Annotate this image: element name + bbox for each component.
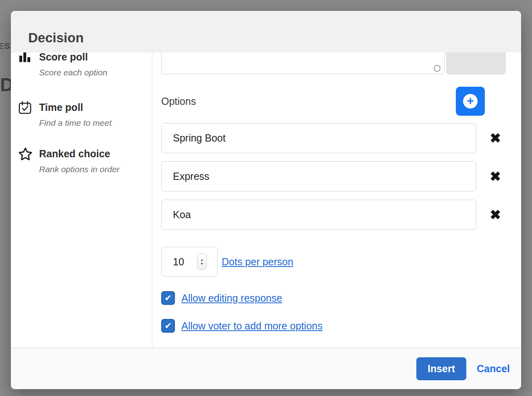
modal-header: Decision — [11, 11, 521, 52]
clock-icon — [434, 65, 441, 72]
option-row: ✖ — [161, 200, 521, 230]
add-option-button[interactable]: + — [456, 87, 485, 116]
option-row: ✖ — [161, 123, 521, 153]
plus-circle-icon: + — [463, 94, 478, 108]
duration-toggle-partial[interactable] — [446, 52, 506, 75]
allow-add-options-label[interactable]: Allow voter to add more options — [181, 320, 322, 332]
sidebar-item-description: Rank options in order — [39, 164, 120, 175]
modal-footer: Insert Cancel — [11, 348, 521, 389]
calendar-check-icon — [18, 100, 33, 129]
option-row: ✖ — [161, 161, 521, 192]
remove-option-icon[interactable]: ✖ — [487, 170, 504, 183]
cancel-button[interactable]: Cancel — [477, 363, 510, 375]
sidebar-item-description: Score each option — [39, 67, 107, 78]
question-input-partial[interactable] — [161, 52, 445, 74]
sidebar-item-label: Score poll — [39, 52, 107, 64]
sidebar-item-label: Ranked choice — [39, 147, 120, 160]
checkmark-icon: ✔ — [164, 293, 172, 303]
options-label: Options — [161, 96, 196, 107]
allow-add-options-row: ✔ Allow voter to add more options — [161, 319, 521, 333]
bar-chart-icon — [18, 52, 33, 78]
allow-editing-row: ✔ Allow editing response — [161, 291, 521, 305]
poll-settings-panel: Options + ✖ ✖ ✖ ▴ — [152, 52, 521, 348]
allow-add-options-checkbox[interactable]: ✔ — [161, 319, 175, 333]
poll-type-sidebar: Score poll Score each option Time poll F… — [11, 52, 152, 348]
number-stepper[interactable]: ▴ ▾ — [197, 254, 207, 270]
sidebar-item-description: Find a time to meet — [39, 117, 112, 129]
clipped-top-row — [161, 52, 521, 75]
remove-option-icon[interactable]: ✖ — [487, 131, 504, 145]
checkmark-icon: ✔ — [164, 321, 172, 331]
sidebar-item-score-poll[interactable]: Score poll Score each option — [18, 52, 152, 78]
dots-per-person-input[interactable] — [162, 256, 187, 268]
dots-number-field: ▴ ▾ — [161, 247, 218, 277]
remove-option-icon[interactable]: ✖ — [487, 208, 504, 221]
sidebar-item-ranked-choice[interactable]: Ranked choice Rank options in order — [18, 147, 152, 175]
modal-title: Decision — [28, 30, 84, 46]
insert-button[interactable]: Insert — [416, 357, 466, 380]
sidebar-item-time-poll[interactable]: Time poll Find a time to meet — [18, 100, 152, 129]
allow-editing-checkbox[interactable]: ✔ — [161, 291, 175, 305]
options-header: Options + — [161, 87, 485, 116]
option-input-3[interactable] — [161, 200, 476, 230]
decision-modal: Decision Score poll Score each option Ti… — [11, 11, 521, 389]
stepper-down-icon[interactable]: ▾ — [201, 262, 203, 266]
dots-per-person-label[interactable]: Dots per person — [222, 256, 293, 268]
option-input-2[interactable] — [161, 161, 476, 192]
dots-per-person-row: ▴ ▾ Dots per person — [161, 247, 521, 277]
star-icon — [18, 147, 33, 175]
modal-body: Score poll Score each option Time poll F… — [11, 52, 521, 348]
allow-editing-label[interactable]: Allow editing response — [181, 292, 282, 304]
option-input-1[interactable] — [161, 123, 476, 153]
sidebar-item-label: Time poll — [39, 100, 112, 114]
